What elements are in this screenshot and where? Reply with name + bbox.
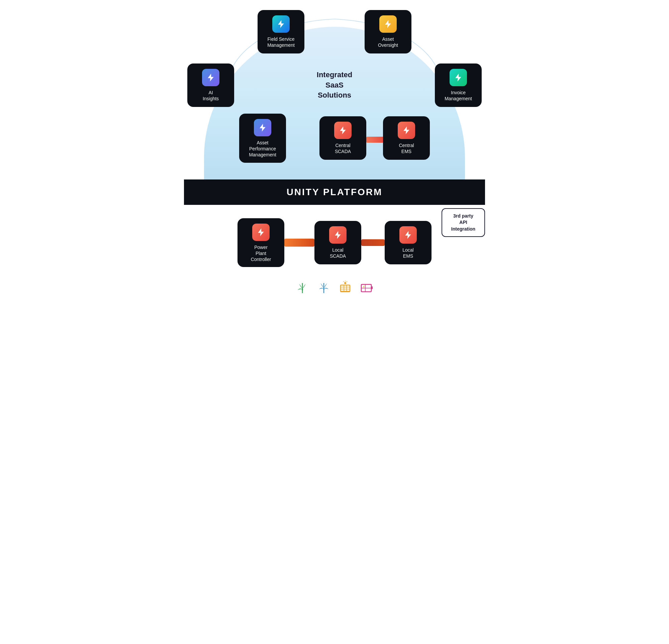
ce-bolt-icon	[402, 126, 411, 135]
ppc-bolt-icon	[256, 228, 266, 237]
cs-card[interactable]: CentralSCADA	[319, 116, 366, 160]
ce-icon-box	[398, 122, 415, 139]
ai-icon-box	[202, 69, 219, 86]
ls-bolt-icon	[333, 230, 343, 239]
fsm-label: Field Service Management	[261, 36, 300, 48]
battery-grid-icon: ⚡	[359, 280, 374, 295]
ppc-ls-connector	[284, 239, 314, 247]
cs-label: CentralSCADA	[335, 142, 351, 155]
im-icon-box	[450, 69, 467, 86]
ppc-icon-box	[252, 223, 270, 241]
saas-section: Field Service Management AssetOversight	[184, 7, 485, 179]
ao-card[interactable]: AssetOversight	[365, 10, 411, 54]
le-bolt-icon	[403, 230, 413, 239]
wind-turbine-icon	[295, 280, 310, 295]
le-label: LocalEMS	[402, 247, 413, 259]
svg-point-3	[323, 289, 325, 290]
le-card[interactable]: LocalEMS	[385, 221, 431, 264]
im-bolt-icon	[454, 73, 463, 82]
apm-label: AssetPerformanceManagement	[249, 140, 276, 158]
fsm-icon-box	[272, 15, 290, 33]
ai-label: AIInsights	[203, 90, 219, 102]
svg-point-10	[344, 282, 346, 284]
ai-bolt-icon	[206, 73, 215, 82]
integrated-saas-title: IntegratedSaaSSolutions	[317, 70, 352, 101]
ao-icon-box	[379, 15, 397, 33]
fsm-card[interactable]: Field Service Management	[258, 10, 304, 54]
ao-bolt-icon	[383, 19, 393, 29]
top-cards-row: Field Service Management AssetOversight	[184, 7, 485, 54]
apm-bolt-icon	[258, 123, 267, 132]
ai-card[interactable]: AIInsights	[187, 63, 234, 107]
ppc-label: PowerPlantController	[251, 244, 271, 263]
svg-line-12	[346, 281, 347, 282]
fsm-bolt-icon	[276, 19, 286, 29]
ls-icon-box	[329, 226, 346, 244]
svg-text:⚡: ⚡	[362, 285, 365, 288]
solar-panel-icon	[338, 280, 353, 295]
unity-platform-label: UNITY PLATFORM	[287, 187, 383, 197]
ao-label: AssetOversight	[378, 36, 398, 48]
svg-point-1	[302, 289, 303, 290]
ls-le-connector	[361, 239, 385, 246]
im-label: InvoiceManagement	[444, 90, 472, 102]
cs-icon-box	[334, 122, 352, 139]
integrated-text-block: IntegratedSaaSSolutions	[317, 70, 352, 101]
apm-card[interactable]: AssetPerformanceManagement	[239, 114, 286, 163]
ce-label: CentralEMS	[399, 142, 414, 155]
fan-turbine-icon	[316, 280, 331, 295]
bottom-saas-row: AssetPerformanceManagement CentralSCADA	[239, 114, 430, 173]
bottom-saas-wrap: AssetPerformanceManagement CentralSCADA	[184, 114, 485, 173]
le-icon-box	[399, 226, 417, 244]
middle-row: AIInsights IntegratedSaaSSolutions Invoi…	[184, 57, 485, 114]
svg-line-13	[343, 281, 344, 282]
apm-icon-box	[254, 119, 271, 136]
bottom-section: 3rd partyAPIIntegration PowerPlantContro…	[184, 205, 485, 302]
ls-label: LocalSCADA	[330, 247, 346, 259]
local-row: PowerPlantController LocalSCADA	[184, 218, 485, 267]
cs-bolt-icon	[338, 126, 347, 135]
main-container: Field Service Management AssetOversight	[184, 7, 485, 302]
ls-card[interactable]: LocalSCADA	[314, 221, 361, 264]
svg-rect-4	[341, 285, 350, 292]
unity-platform-bar: UNITY PLATFORM	[184, 179, 485, 205]
bottom-icons-row: ⚡	[184, 267, 485, 295]
ce-card[interactable]: CentralEMS	[383, 116, 430, 160]
ppc-card[interactable]: PowerPlantController	[238, 218, 284, 267]
im-card[interactable]: InvoiceManagement	[435, 63, 482, 107]
svg-rect-15	[371, 287, 373, 289]
